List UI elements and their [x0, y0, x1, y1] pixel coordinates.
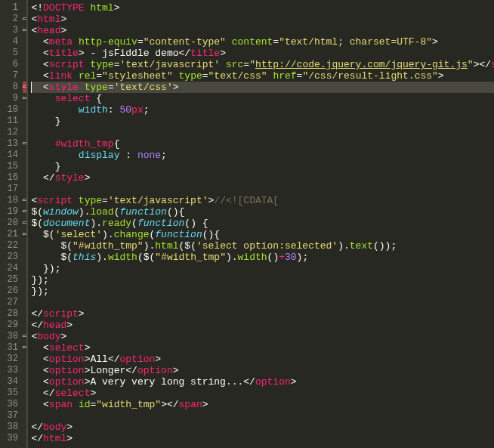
line-number: 8 — [6, 82, 18, 93]
code-line[interactable]: }); — [31, 274, 494, 286]
code-line[interactable]: <script type='text/javascript' src="http… — [31, 59, 494, 70]
code-line[interactable]: }); — [31, 263, 494, 274]
code-line[interactable]: <link rel="stylesheet" type="text/css" h… — [31, 70, 494, 82]
code-line[interactable]: }); — [31, 286, 494, 297]
code-line[interactable]: $(window).load(function(){ — [31, 206, 494, 218]
code-line[interactable]: width: 50px; — [31, 104, 494, 116]
code-line[interactable]: <option>A very very long string...</opti… — [31, 376, 494, 388]
line-number: 28 — [6, 308, 18, 320]
code-line[interactable]: } — [31, 116, 494, 127]
line-number: 10 — [6, 104, 18, 116]
code-line[interactable] — [31, 184, 494, 195]
line-number: 22 — [6, 240, 18, 252]
line-number: 32 — [6, 354, 18, 365]
line-number: 36 — [6, 399, 18, 410]
code-line[interactable]: </style> — [31, 172, 494, 184]
code-line[interactable]: <!DOCTYPE html> — [31, 2, 494, 14]
line-number: 11 — [6, 116, 18, 127]
line-number: 18 — [6, 195, 18, 206]
line-number: 7 — [6, 70, 18, 82]
line-number: 14 — [6, 150, 18, 161]
line-number-gutter: 1234567891011121314151617181920212223242… — [0, 0, 23, 448]
line-number: 13 — [6, 138, 18, 150]
code-line[interactable]: $('select').change(function(){ — [31, 229, 494, 240]
code-line[interactable]: <meta http-equiv="content-type" content=… — [31, 36, 494, 48]
line-number: 3 — [6, 25, 18, 36]
line-number: 6 — [6, 59, 18, 70]
code-line[interactable]: <span id="width_tmp"></span> — [31, 399, 494, 410]
code-line[interactable]: <option>Longer</option> — [31, 365, 494, 376]
code-line[interactable]: } — [31, 161, 494, 172]
code-line[interactable] — [31, 297, 494, 308]
line-number: 25 — [6, 274, 18, 286]
line-number: 30 — [6, 331, 18, 342]
code-line[interactable]: select { — [31, 93, 494, 104]
line-number: 34 — [6, 376, 18, 388]
code-line[interactable]: </script> — [31, 308, 494, 320]
line-number: 2 — [6, 14, 18, 25]
code-line[interactable]: </body> — [31, 422, 494, 433]
line-number: 38 — [6, 422, 18, 433]
line-number: 24 — [6, 263, 18, 274]
code-line[interactable]: #width_tmp{ — [31, 138, 494, 150]
code-line[interactable] — [31, 127, 494, 138]
line-number: 1 — [6, 2, 18, 14]
line-number: 37 — [6, 410, 18, 422]
code-line[interactable]: <style type='text/css'> — [31, 82, 494, 93]
line-number: 9 — [6, 93, 18, 104]
line-number: 33 — [6, 365, 18, 376]
code-line[interactable]: <select> — [31, 342, 494, 354]
line-number: 19 — [6, 206, 18, 218]
code-line[interactable]: <option>All</option> — [31, 354, 494, 365]
code-line[interactable]: $(document).ready(function() { — [31, 218, 494, 229]
line-number: 23 — [6, 252, 18, 263]
line-number: 26 — [6, 286, 18, 297]
code-line[interactable]: $(this).width($("#width_tmp").width()+30… — [31, 252, 494, 263]
line-number: 20 — [6, 218, 18, 229]
code-line[interactable]: </head> — [31, 320, 494, 331]
code-line[interactable]: <body> — [31, 331, 494, 342]
code-line[interactable] — [31, 410, 494, 422]
code-editor[interactable]: 1234567891011121314151617181920212223242… — [0, 0, 494, 448]
code-line[interactable]: <head> — [31, 25, 494, 36]
line-number: 17 — [6, 184, 18, 195]
code-line[interactable]: <html> — [31, 14, 494, 25]
line-number: 4 — [6, 36, 18, 48]
line-number: 15 — [6, 161, 18, 172]
code-line[interactable]: </html> — [31, 433, 494, 444]
line-number: 39 — [6, 433, 18, 444]
code-line[interactable]: </select> — [31, 388, 494, 399]
line-number: 12 — [6, 127, 18, 138]
line-number: 29 — [6, 320, 18, 331]
line-number: 16 — [6, 172, 18, 184]
code-line[interactable]: <script type='text/javascript'>//<![CDAT… — [31, 195, 494, 206]
code-line[interactable]: display : none; — [31, 150, 494, 161]
code-area[interactable]: <!DOCTYPE html><html><head> <meta http-e… — [26, 0, 494, 448]
line-number: 31 — [6, 342, 18, 354]
line-number: 5 — [6, 48, 18, 59]
line-number: 27 — [6, 297, 18, 308]
code-line[interactable]: $("#width_tmp").html($('select option:se… — [31, 240, 494, 252]
line-number: 35 — [6, 388, 18, 399]
code-line[interactable]: <title> - jsFiddle demo</title> — [31, 48, 494, 59]
line-number: 21 — [6, 229, 18, 240]
